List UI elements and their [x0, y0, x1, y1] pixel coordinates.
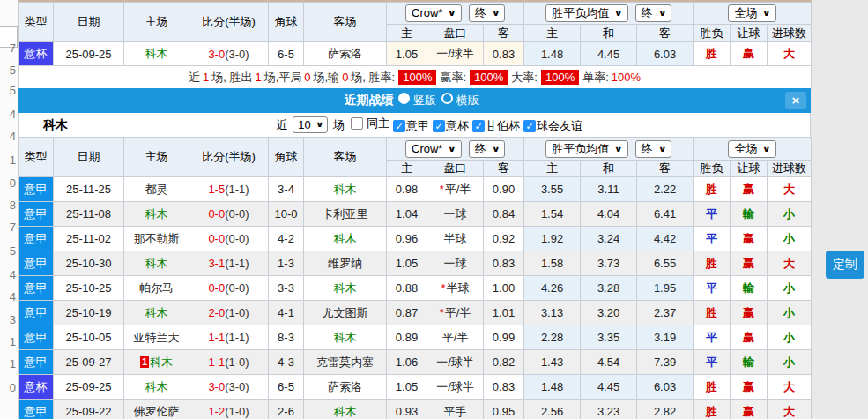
cell-odds-home: 1.05: [387, 251, 427, 276]
cell-result: 平: [694, 276, 731, 301]
customize-button[interactable]: 定制: [826, 251, 864, 279]
popup-scope-dropdown[interactable]: 全场∨: [728, 140, 775, 158]
cell-odds-home: 0.87: [387, 301, 427, 325]
recent-count-select[interactable]: 10 ∨: [293, 116, 328, 133]
dropdown-group: Crow*∨终∨: [387, 3, 524, 25]
filter-checkbox-2[interactable]: ✓意杯: [433, 118, 469, 134]
chevron-down-icon: ∨: [614, 142, 623, 156]
recent-results-table: 类型日期主场比分(半场)角球客场Crow*∨终∨胜平负均值∨终∨全场∨主盘口客主…: [18, 137, 812, 419]
col-subheader: 主: [387, 25, 427, 42]
table-row: 意甲25-10-25帕尔马0-0(0-0)3-3科木0.88*半球1.004.2…: [19, 276, 812, 301]
cell-corner: 4-2: [269, 227, 304, 251]
strip-digit: 4: [10, 269, 16, 281]
home-team: 科木: [145, 380, 168, 393]
cell-result: 平: [694, 350, 731, 375]
dropdown-group: 全场∨: [694, 138, 812, 161]
cell-odds-away: 0.83: [484, 42, 524, 66]
cell-home: 科木: [124, 202, 189, 227]
filter-checkbox-1[interactable]: ✓意甲: [393, 118, 429, 134]
top-final-avg-dropdown-value: 终: [642, 6, 653, 20]
cell-away: 科木: [304, 325, 387, 350]
league-badge: 意甲: [19, 325, 53, 349]
half-score: (1-0): [225, 405, 249, 418]
col-subheader: 主: [387, 161, 427, 177]
radio-label-0[interactable]: 竖版: [413, 94, 436, 107]
filter-checkbox-0[interactable]: 同主: [351, 116, 389, 131]
cell-goals: 大: [768, 177, 812, 202]
cell-away: 萨索洛: [304, 375, 387, 400]
filter-checkbox-4[interactable]: ✓球会友谊: [523, 118, 582, 134]
col-subheader: 让球: [731, 161, 768, 177]
cell-handicap: *平/半: [427, 177, 484, 202]
away-team: 科木: [334, 405, 357, 418]
top-final-odds-dropdown-value: 终: [475, 6, 486, 20]
popup-final-avg-dropdown[interactable]: 终∨: [635, 140, 671, 158]
cell-avg-draw: 4.54: [581, 350, 637, 375]
league-badge: 意甲: [19, 251, 53, 275]
filter-label: 意甲: [406, 118, 429, 134]
half-score: (3-0): [225, 380, 249, 393]
checkbox-checked-icon: ✓: [523, 120, 536, 132]
popup-scope-dropdown-value: 全场: [734, 142, 757, 156]
cell-avg-draw: 4.45: [581, 42, 637, 66]
checkbox-unchecked-icon: [351, 117, 363, 130]
strip-digit: 1: [10, 154, 16, 166]
chevron-down-icon: ∨: [448, 6, 456, 20]
top-scope-dropdown[interactable]: 全场∨: [728, 4, 775, 22]
stats-text: 场,输: [314, 70, 340, 86]
col-subheader: 主: [524, 161, 581, 177]
home-team: 帕尔马: [139, 281, 174, 295]
near-label: 近: [276, 117, 287, 133]
col-subheader: 客: [484, 25, 524, 42]
cell-odds-away: 0.90: [484, 177, 524, 202]
chevron-down-icon: ∨: [492, 142, 501, 156]
half-score: (0-0): [225, 207, 249, 221]
top-odds-source-dropdown[interactable]: Crow*∨: [405, 4, 462, 22]
popup-odds-source-dropdown[interactable]: Crow*∨: [405, 140, 462, 158]
strip-digit: 0: [10, 177, 16, 189]
top-final-avg-dropdown[interactable]: 终∨: [635, 4, 671, 22]
top-odds-source-dropdown-value: Crow*: [412, 6, 442, 20]
cell-odds-home: 0.89: [387, 325, 427, 350]
cell-spread: 赢: [731, 177, 768, 202]
cell-avg-home: 2.56: [524, 400, 581, 419]
popup-final-odds-dropdown[interactable]: 终∨: [469, 140, 505, 158]
cell-date: 25-10-05: [54, 325, 124, 350]
cell-odds-away: 0.82: [484, 350, 524, 375]
home-team: 科木: [150, 355, 173, 369]
filter-checkbox-3[interactable]: ✓甘伯杯: [472, 118, 520, 134]
stats-text: 单率:: [582, 70, 609, 86]
cell-avg-away: 6.03: [637, 42, 694, 66]
col-subheader: 盘口: [427, 161, 484, 177]
top-avg-dropdown[interactable]: 胜平负均值∨: [545, 4, 627, 22]
away-team: 维罗纳: [328, 257, 362, 270]
radio-layout-1[interactable]: [441, 93, 453, 104]
filter-label: 意杯: [446, 118, 469, 134]
stats-text: 赢率:: [440, 70, 466, 86]
cell-handicap: 平/半: [427, 325, 484, 350]
radio-layout-0[interactable]: [398, 93, 410, 104]
strip-digit: 3: [10, 314, 16, 325]
cell-odds-home: 1.04: [387, 202, 427, 227]
close-button[interactable]: ×: [785, 92, 806, 109]
top-final-odds-dropdown[interactable]: 终∨: [469, 4, 505, 22]
table-row: 意杯25-09-25科木3-0(3-0)6-5萨索洛1.05一/球半0.831.…: [19, 375, 812, 400]
top-scope-dropdown-value: 全场: [734, 6, 757, 20]
cell-corner: 4-1: [269, 301, 304, 325]
stats-text: 场, 胜率:: [351, 70, 395, 86]
strip-digit: 7: [10, 221, 16, 233]
cell-league: 意杯: [19, 42, 54, 66]
cell-avg-away: 2.22: [637, 177, 694, 202]
filters: 近 10 ∨ 场 同主✓意甲✓意杯✓甘伯杯✓球会友谊: [276, 116, 582, 135]
table-row: 意甲25-09-271科木1-1(1-0)4-3克雷莫内塞1.06一/球半0.8…: [19, 350, 812, 375]
cell-spread: 赢: [731, 375, 768, 400]
popup-avg-dropdown[interactable]: 胜平负均值∨: [545, 140, 627, 158]
radio-label-1[interactable]: 横版: [456, 94, 479, 107]
cell-avg-draw: 3.35: [581, 325, 637, 350]
dropdown-group: 胜平负均值∨终∨: [524, 3, 694, 25]
table-row: 意甲25-10-05亚特兰大1-1(1-1)8-3科木0.89平/半0.992.…: [19, 325, 812, 350]
cell-odds-away: 1.00: [484, 276, 524, 301]
chevron-down-icon: ∨: [762, 6, 771, 20]
home-team: 科木: [145, 47, 168, 60]
table-row: 意甲25-09-22佛罗伦萨1-2(1-0)2-6科木0.93平手0.952.5…: [19, 400, 812, 419]
